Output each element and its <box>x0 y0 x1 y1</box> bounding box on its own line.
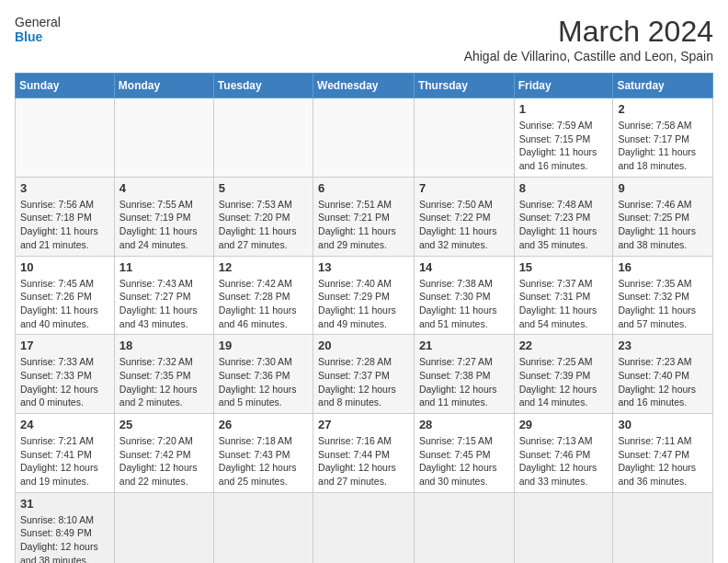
day-cell: 19Sunrise: 7:30 AM Sunset: 7:36 PM Dayli… <box>213 335 313 414</box>
day-cell: 30Sunrise: 7:11 AM Sunset: 7:47 PM Dayli… <box>613 414 713 493</box>
day-info: Sunrise: 7:53 AM Sunset: 7:20 PM Dayligh… <box>219 198 308 252</box>
day-info: Sunrise: 7:38 AM Sunset: 7:30 PM Dayligh… <box>419 277 509 331</box>
day-info: Sunrise: 7:59 AM Sunset: 7:15 PM Dayligh… <box>519 119 609 173</box>
day-info: Sunrise: 7:25 AM Sunset: 7:39 PM Dayligh… <box>519 355 609 409</box>
logo: General Blue <box>15 15 64 44</box>
weekday-header-row: SundayMondayTuesdayWednesdayThursdayFrid… <box>16 74 713 98</box>
day-number: 18 <box>119 339 209 352</box>
day-cell: 11Sunrise: 7:43 AM Sunset: 7:27 PM Dayli… <box>114 256 213 335</box>
weekday-header-tuesday: Tuesday <box>213 74 313 98</box>
day-number: 28 <box>419 418 509 431</box>
day-info: Sunrise: 7:48 AM Sunset: 7:23 PM Dayligh… <box>519 198 609 252</box>
day-number: 22 <box>519 339 609 352</box>
day-cell: 7Sunrise: 7:50 AM Sunset: 7:22 PM Daylig… <box>414 177 514 256</box>
logo-general-text: General <box>15 15 61 29</box>
title-area: March 2024 Ahigal de Villarino, Castille… <box>464 15 713 63</box>
day-number: 4 <box>119 181 209 195</box>
week-row-6: 31Sunrise: 8:10 AM Sunset: 8:49 PM Dayli… <box>16 492 713 563</box>
day-cell <box>114 492 213 563</box>
day-info: Sunrise: 7:42 AM Sunset: 7:28 PM Dayligh… <box>219 277 308 331</box>
day-number: 6 <box>318 181 409 195</box>
day-cell: 22Sunrise: 7:25 AM Sunset: 7:39 PM Dayli… <box>514 335 613 414</box>
day-cell: 9Sunrise: 7:46 AM Sunset: 7:25 PM Daylig… <box>613 177 713 256</box>
day-cell: 24Sunrise: 7:21 AM Sunset: 7:41 PM Dayli… <box>16 414 115 493</box>
calendar-table: SundayMondayTuesdayWednesdayThursdayFrid… <box>15 73 713 563</box>
day-cell: 28Sunrise: 7:15 AM Sunset: 7:45 PM Dayli… <box>414 414 514 493</box>
day-info: Sunrise: 7:56 AM Sunset: 7:18 PM Dayligh… <box>20 198 109 252</box>
day-info: Sunrise: 7:15 AM Sunset: 7:45 PM Dayligh… <box>419 434 509 488</box>
day-cell: 13Sunrise: 7:40 AM Sunset: 7:29 PM Dayli… <box>313 256 415 335</box>
weekday-header-sunday: Sunday <box>16 74 115 98</box>
day-cell <box>213 492 313 563</box>
day-info: Sunrise: 7:35 AM Sunset: 7:32 PM Dayligh… <box>618 277 708 331</box>
day-cell: 12Sunrise: 7:42 AM Sunset: 7:28 PM Dayli… <box>213 256 313 335</box>
day-cell: 27Sunrise: 7:16 AM Sunset: 7:44 PM Dayli… <box>313 414 415 493</box>
day-number: 31 <box>20 497 109 511</box>
day-number: 19 <box>219 339 308 352</box>
day-cell: 14Sunrise: 7:38 AM Sunset: 7:30 PM Dayli… <box>414 256 514 335</box>
day-info: Sunrise: 7:43 AM Sunset: 7:27 PM Dayligh… <box>119 277 209 331</box>
day-cell: 17Sunrise: 7:33 AM Sunset: 7:33 PM Dayli… <box>16 335 115 414</box>
day-number: 30 <box>618 418 708 431</box>
day-info: Sunrise: 7:37 AM Sunset: 7:31 PM Dayligh… <box>519 277 609 331</box>
day-cell: 15Sunrise: 7:37 AM Sunset: 7:31 PM Dayli… <box>514 256 613 335</box>
day-info: Sunrise: 7:51 AM Sunset: 7:21 PM Dayligh… <box>318 198 409 252</box>
day-info: Sunrise: 7:55 AM Sunset: 7:19 PM Dayligh… <box>119 198 209 252</box>
day-cell: 5Sunrise: 7:53 AM Sunset: 7:20 PM Daylig… <box>213 177 313 256</box>
day-cell <box>313 492 415 563</box>
day-number: 14 <box>419 260 509 274</box>
week-row-5: 24Sunrise: 7:21 AM Sunset: 7:41 PM Dayli… <box>16 414 713 493</box>
day-number: 21 <box>419 339 509 352</box>
week-row-1: 1Sunrise: 7:59 AM Sunset: 7:15 PM Daylig… <box>16 98 713 178</box>
day-cell <box>613 492 713 563</box>
day-cell: 31Sunrise: 8:10 AM Sunset: 8:49 PM Dayli… <box>16 492 115 563</box>
day-cell <box>514 492 613 563</box>
day-number: 26 <box>219 418 308 431</box>
day-number: 17 <box>20 339 109 352</box>
day-info: Sunrise: 8:10 AM Sunset: 8:49 PM Dayligh… <box>20 513 109 563</box>
day-info: Sunrise: 7:33 AM Sunset: 7:33 PM Dayligh… <box>20 355 109 409</box>
weekday-header-wednesday: Wednesday <box>313 74 415 98</box>
day-number: 13 <box>318 260 409 274</box>
day-number: 7 <box>419 181 509 195</box>
day-info: Sunrise: 7:50 AM Sunset: 7:22 PM Dayligh… <box>419 198 509 252</box>
day-cell <box>16 98 115 178</box>
week-row-2: 3Sunrise: 7:56 AM Sunset: 7:18 PM Daylig… <box>16 177 713 256</box>
day-info: Sunrise: 7:28 AM Sunset: 7:37 PM Dayligh… <box>318 355 409 409</box>
day-cell: 1Sunrise: 7:59 AM Sunset: 7:15 PM Daylig… <box>514 98 613 178</box>
day-number: 11 <box>119 260 209 274</box>
day-number: 16 <box>618 260 708 274</box>
day-number: 23 <box>618 339 708 352</box>
day-cell: 2Sunrise: 7:58 AM Sunset: 7:17 PM Daylig… <box>613 98 713 178</box>
day-cell <box>213 98 313 178</box>
day-number: 5 <box>219 181 308 195</box>
day-cell: 3Sunrise: 7:56 AM Sunset: 7:18 PM Daylig… <box>16 177 115 256</box>
day-info: Sunrise: 7:21 AM Sunset: 7:41 PM Dayligh… <box>20 434 109 488</box>
day-info: Sunrise: 7:27 AM Sunset: 7:38 PM Dayligh… <box>419 355 509 409</box>
location-title: Ahigal de Villarino, Castille and Leon, … <box>464 49 713 63</box>
day-number: 8 <box>519 181 609 195</box>
day-info: Sunrise: 7:58 AM Sunset: 7:17 PM Dayligh… <box>618 119 708 173</box>
day-info: Sunrise: 7:46 AM Sunset: 7:25 PM Dayligh… <box>618 198 708 252</box>
day-info: Sunrise: 7:11 AM Sunset: 7:47 PM Dayligh… <box>618 434 708 488</box>
weekday-header-thursday: Thursday <box>414 74 514 98</box>
day-cell <box>114 98 213 178</box>
day-cell: 29Sunrise: 7:13 AM Sunset: 7:46 PM Dayli… <box>514 414 613 493</box>
day-cell: 18Sunrise: 7:32 AM Sunset: 7:35 PM Dayli… <box>114 335 213 414</box>
day-number: 25 <box>119 418 209 431</box>
day-number: 27 <box>318 418 409 431</box>
day-info: Sunrise: 7:20 AM Sunset: 7:42 PM Dayligh… <box>119 434 209 488</box>
day-cell: 16Sunrise: 7:35 AM Sunset: 7:32 PM Dayli… <box>613 256 713 335</box>
weekday-header-saturday: Saturday <box>613 74 713 98</box>
day-number: 12 <box>219 260 308 274</box>
header: General Blue March 2024 Ahigal de Villar… <box>15 15 713 63</box>
day-cell: 21Sunrise: 7:27 AM Sunset: 7:38 PM Dayli… <box>414 335 514 414</box>
weekday-header-monday: Monday <box>114 74 213 98</box>
day-number: 2 <box>618 102 708 116</box>
day-cell <box>414 492 514 563</box>
day-cell: 10Sunrise: 7:45 AM Sunset: 7:26 PM Dayli… <box>16 256 115 335</box>
day-cell: 20Sunrise: 7:28 AM Sunset: 7:37 PM Dayli… <box>313 335 415 414</box>
day-cell: 6Sunrise: 7:51 AM Sunset: 7:21 PM Daylig… <box>313 177 415 256</box>
week-row-3: 10Sunrise: 7:45 AM Sunset: 7:26 PM Dayli… <box>16 256 713 335</box>
logo-blue-text: Blue <box>15 29 61 44</box>
